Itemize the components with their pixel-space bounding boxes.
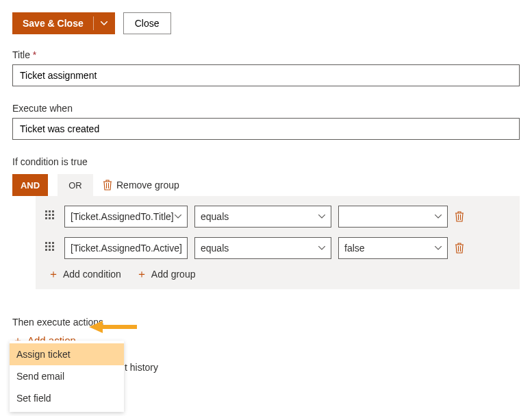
condition-operator-dropdown[interactable]: equals xyxy=(194,237,331,259)
execute-when-label: Execute when xyxy=(12,103,520,114)
title-input[interactable] xyxy=(12,64,520,86)
save-close-button[interactable]: Save & Close xyxy=(13,13,93,34)
trash-icon xyxy=(455,211,464,222)
title-label: Title * xyxy=(12,49,520,60)
drag-handle-icon[interactable] xyxy=(45,210,58,223)
chevron-down-icon xyxy=(435,246,442,250)
add-group-label: Add group xyxy=(151,269,196,280)
plus-icon: ＋ xyxy=(48,269,59,280)
condition-field-dropdown[interactable]: [Ticket.AssignedTo.Title] xyxy=(64,206,188,228)
plus-icon: ＋ xyxy=(136,269,147,280)
required-indicator: * xyxy=(33,49,36,60)
chevron-down-icon xyxy=(175,215,181,219)
trash-icon xyxy=(455,243,464,254)
add-action-menu: Assign ticket Send email Set field xyxy=(10,341,124,358)
add-group-button[interactable]: ＋ Add group xyxy=(136,269,196,280)
delete-condition-button[interactable] xyxy=(455,243,466,254)
condition-row: [Ticket.AssignedTo.Active] equals false xyxy=(45,237,510,259)
condition-operator-value: equals xyxy=(201,243,229,254)
condition-field-dropdown[interactable]: [Ticket.AssignedTo.Active] xyxy=(64,237,188,259)
title-label-text: Title xyxy=(12,49,30,60)
drag-handle-icon[interactable] xyxy=(45,242,58,254)
condition-operator-value: equals xyxy=(201,211,229,222)
condition-group: [Ticket.AssignedTo.Title] equals [Ticket… xyxy=(36,196,520,289)
condition-value-dropdown[interactable]: false xyxy=(338,237,448,259)
condition-value-text: false xyxy=(344,243,365,254)
condition-field-value: [Ticket.AssignedTo.Active] xyxy=(71,243,182,254)
condition-row: [Ticket.AssignedTo.Title] equals xyxy=(45,206,510,228)
logic-and-button[interactable]: AND xyxy=(12,174,48,196)
remove-group-button[interactable]: Remove group xyxy=(103,180,179,191)
chevron-down-icon xyxy=(435,215,442,219)
condition-value-dropdown[interactable] xyxy=(338,206,448,228)
save-close-split-button[interactable]: Save & Close xyxy=(12,12,115,34)
trash-icon xyxy=(103,180,112,191)
delete-condition-button[interactable] xyxy=(455,211,466,222)
chevron-down-icon xyxy=(318,246,325,250)
chevron-down-icon xyxy=(318,215,325,219)
menu-item-assign-ticket[interactable]: Assign ticket xyxy=(10,343,124,358)
save-close-dropdown-caret[interactable] xyxy=(94,13,114,34)
logic-or-button[interactable]: OR xyxy=(58,174,93,196)
remove-group-label: Remove group xyxy=(116,180,179,191)
actions-section-label: Then execute actions xyxy=(12,317,520,328)
add-condition-label: Add condition xyxy=(63,269,121,280)
execute-when-input[interactable] xyxy=(12,118,520,140)
close-button[interactable]: Close xyxy=(123,12,171,34)
add-condition-button[interactable]: ＋ Add condition xyxy=(48,269,121,280)
chevron-down-icon xyxy=(101,21,107,25)
condition-section-label: If condition is true xyxy=(12,156,520,167)
condition-field-value: [Ticket.AssignedTo.Title] xyxy=(71,211,174,222)
condition-operator-dropdown[interactable]: equals xyxy=(194,206,331,228)
